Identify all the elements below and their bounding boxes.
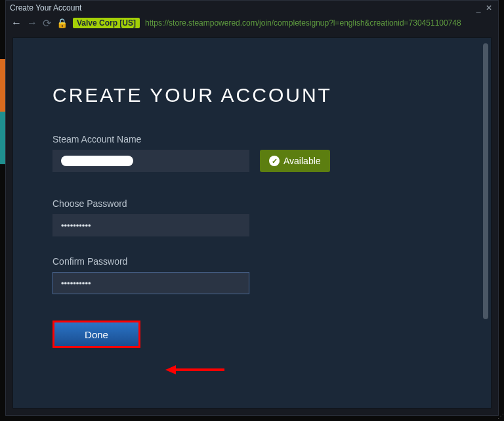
password-label: Choose Password	[52, 198, 420, 209]
check-icon: ✓	[269, 156, 280, 166]
resize-grip-icon[interactable]: ⋰	[497, 412, 503, 420]
page-viewport: CREATE YOUR ACCOUNT Steam Account Name ✓…	[12, 37, 492, 409]
left-accent-strip	[0, 59, 5, 164]
redacted-value	[61, 156, 133, 166]
address-bar: ← → ⟳ 🔒 Valve Corp [US] https://store.st…	[6, 15, 498, 33]
password-group: Choose Password	[52, 198, 420, 236]
account-name-label: Steam Account Name	[52, 134, 420, 144]
forward-icon[interactable]: →	[27, 17, 37, 29]
done-highlight: Done	[52, 321, 140, 348]
confirm-password-group: Confirm Password	[52, 256, 420, 294]
ssl-cert-badge[interactable]: Valve Corp [US]	[73, 18, 140, 28]
titlebar: Create Your Account _ ✕	[6, 1, 498, 15]
account-name-group: Steam Account Name ✓ Available	[52, 134, 420, 172]
window-title: Create Your Account	[10, 3, 81, 12]
availability-badge: ✓ Available	[260, 150, 330, 172]
annotation-arrow-icon	[165, 363, 224, 376]
scrollbar-thumb[interactable]	[483, 43, 488, 319]
page-title: CREATE YOUR ACCOUNT	[52, 84, 420, 106]
availability-text: Available	[284, 156, 321, 166]
close-button[interactable]: ✕	[484, 3, 494, 12]
confirm-password-label: Confirm Password	[52, 256, 420, 267]
confirm-password-input[interactable]	[52, 272, 249, 294]
url-text[interactable]: https://store.steampowered.com/join/comp…	[145, 18, 493, 28]
lock-icon: 🔒	[56, 18, 68, 28]
signup-form: CREATE YOUR ACCOUNT Steam Account Name ✓…	[52, 84, 420, 348]
password-input[interactable]	[52, 214, 249, 236]
done-button[interactable]: Done	[54, 322, 138, 346]
svg-marker-1	[165, 365, 176, 374]
reload-icon[interactable]: ⟳	[43, 17, 51, 30]
app-window: Create Your Account _ ✕ ← → ⟳ 🔒 Valve Co…	[5, 0, 499, 416]
minimize-button[interactable]: _	[473, 3, 484, 12]
back-icon[interactable]: ←	[11, 17, 22, 29]
account-name-input[interactable]	[52, 150, 249, 172]
